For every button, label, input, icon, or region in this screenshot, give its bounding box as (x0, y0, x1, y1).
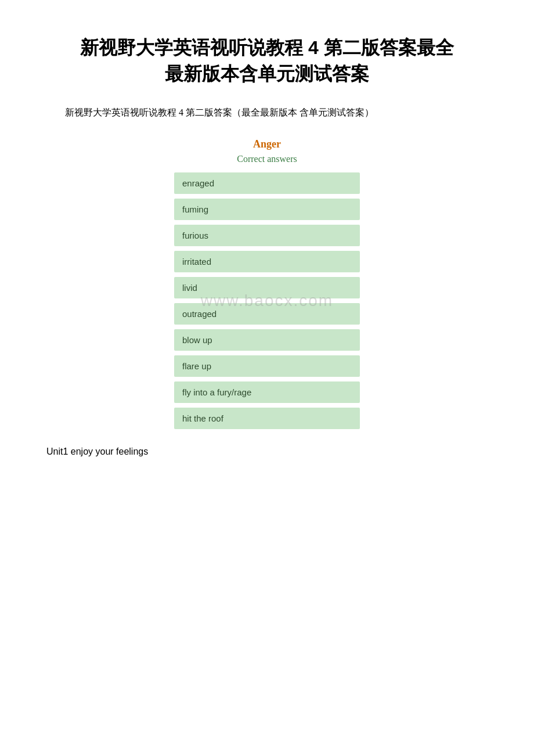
section-title: Anger (253, 138, 281, 150)
unit-label: Unit1 enjoy your feelings (46, 447, 488, 457)
answers-list: www.baocx.com enraged fuming furious irr… (174, 172, 360, 429)
answers-section: Anger Correct answers www.baocx.com enra… (46, 138, 488, 429)
list-item: irritated (174, 251, 360, 272)
correct-answers-label: Correct answers (237, 154, 297, 164)
list-item: fly into a fury/rage (174, 381, 360, 403)
list-item: furious (174, 225, 360, 246)
list-item: blow up (174, 329, 360, 351)
list-item: hit the roof (174, 408, 360, 429)
list-item: fuming (174, 199, 360, 220)
list-item: livid (174, 277, 360, 298)
list-item: outraged (174, 303, 360, 325)
list-item: enraged (174, 172, 360, 194)
list-item: flare up (174, 355, 360, 377)
intro-paragraph: 新视野大学英语视听说教程 4 第二版答案（最全最新版本 含单元测试答案） (46, 105, 488, 121)
page-title: 新视野大学英语视听说教程 4 第二版答案最全 最新版本含单元测试答案 (46, 35, 488, 87)
